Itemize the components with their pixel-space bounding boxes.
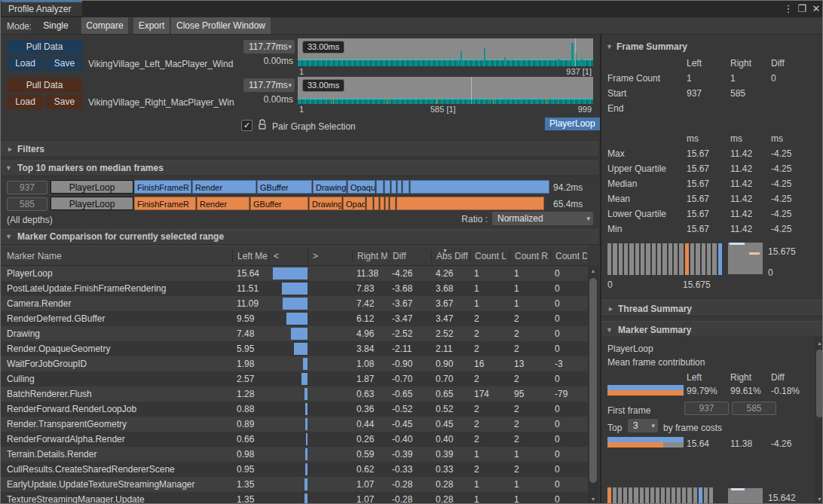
marker-segment[interactable]: [410, 180, 549, 194]
comparison-row[interactable]: PlayerLoop15.6411.38-4.264.26110: [1, 266, 588, 281]
marker-segment[interactable]: Drawing: [313, 180, 347, 194]
comparison-row[interactable]: WaitForJobGroupID1.981.08-0.900.901613-3: [1, 356, 588, 371]
comparison-row[interactable]: RenderDeferred.GBuffer9.596.12-3.473.472…: [1, 311, 588, 326]
comparison-cell-countD: 0: [555, 477, 586, 492]
marker-segment[interactable]: GBuffer: [250, 197, 308, 210]
marker-segment[interactable]: Render: [192, 180, 256, 194]
frame-summary-title[interactable]: Frame Summary: [616, 40, 687, 54]
column-header-right-median[interactable]: Right M: [352, 250, 387, 262]
column-header-diff[interactable]: Diff: [387, 250, 431, 262]
marker-segment[interactable]: [374, 197, 379, 210]
scroll-up-icon[interactable]: ▲: [815, 341, 823, 346]
comparison-row[interactable]: BatchRenderer.Flush1.280.63-0.650.651749…: [1, 386, 588, 402]
summary-row: Median15.6711.42-4.25: [601, 176, 823, 191]
marker-segment[interactable]: PlayerLoop: [50, 197, 133, 210]
mode-single-button[interactable]: Single: [31, 17, 81, 34]
column-header-count-diff[interactable]: Count D: [550, 250, 587, 262]
marker-segment[interactable]: [391, 180, 396, 194]
marker-segment[interactable]: [390, 197, 396, 210]
maximize-icon[interactable]: ❐: [796, 2, 808, 16]
pull-data-right-button[interactable]: Pull Data: [7, 78, 82, 93]
contribution-right-value: 99.61%: [730, 383, 761, 399]
marker-segment[interactable]: Opaqu: [343, 197, 366, 210]
frame-number-box-left[interactable]: 937: [7, 181, 47, 194]
marker-summary-scrollbar[interactable]: ▲ ▼: [815, 338, 823, 504]
unlock-icon[interactable]: [258, 119, 267, 133]
ratio-dropdown[interactable]: Normalized ▾: [492, 212, 593, 225]
scroll-down-icon[interactable]: ▼: [815, 496, 823, 502]
comparison-section-header[interactable]: ▼ Marker Comparison for currently select…: [1, 229, 598, 245]
comparison-row[interactable]: CullResults.CreateSharedRendererScene0.9…: [1, 462, 588, 477]
marker-segment[interactable]: [397, 180, 402, 194]
close-icon[interactable]: ✕: [810, 2, 822, 16]
first-frame-left-button[interactable]: 937: [684, 402, 729, 415]
selected-marker-chip[interactable]: PlayerLoop: [545, 118, 600, 130]
scroll-up-icon[interactable]: ▲: [588, 268, 598, 273]
marker-summary-header[interactable]: ▼ Marker Summary: [601, 321, 823, 338]
marker-segment[interactable]: [384, 180, 390, 194]
comparison-row[interactable]: Render.TransparentGeometry0.890.44-0.450…: [1, 417, 588, 432]
comparison-row[interactable]: Terrain.Details.Render0.980.59-0.390.391…: [1, 447, 588, 462]
kebab-menu-icon[interactable]: ⋮: [782, 2, 794, 16]
column-header-left-bar[interactable]: <: [268, 250, 307, 262]
frame-number-box-right[interactable]: 585: [7, 197, 47, 211]
comparison-scrollbar-thumb[interactable]: [589, 278, 597, 483]
comparison-row[interactable]: TextureStreamingManager.Update1.351.07-0…: [1, 492, 588, 504]
tab-profile-analyzer[interactable]: Profile Analyzer: [2, 1, 82, 16]
marker-segment[interactable]: Render: [197, 197, 249, 210]
comparison-row[interactable]: RenderForward.RenderLoopJob0.880.36-0.52…: [1, 402, 588, 417]
marker-segment[interactable]: Opaqu: [347, 180, 375, 194]
column-header-count-left[interactable]: Count L: [470, 250, 509, 262]
comparison-row[interactable]: Culling2.571.87-0.700.70220: [1, 371, 588, 386]
comparison-row[interactable]: Render.OpaqueGeometry5.953.84-2.112.1122…: [1, 341, 588, 356]
marker-segment[interactable]: [376, 180, 384, 194]
range-dropdown-right[interactable]: 117.77ms ▾: [243, 78, 295, 92]
marker-segment[interactable]: FinishFrameR: [134, 197, 196, 210]
marker-segment[interactable]: FinishFrameR: [134, 180, 191, 194]
marker-segment[interactable]: [385, 197, 389, 210]
save-left-button[interactable]: Save: [46, 57, 83, 71]
marker-segment[interactable]: [380, 197, 384, 210]
pair-graph-checkbox[interactable]: ✓: [241, 120, 252, 131]
load-left-button[interactable]: Load: [7, 57, 44, 71]
save-right-button[interactable]: Save: [46, 95, 83, 109]
marker-segment[interactable]: [396, 197, 544, 210]
summary-cell-diff: -4.25: [771, 176, 791, 191]
column-header-left-median[interactable]: Left Me: [232, 250, 268, 262]
comparison-row[interactable]: EarlyUpdate.UpdateTextureStreamingManage…: [1, 477, 588, 492]
comparison-cell-name: WaitForJobGroupID: [7, 356, 229, 371]
marker-summary-scrollbar-thumb[interactable]: [816, 350, 823, 417]
marker-segment[interactable]: [402, 180, 409, 194]
column-header-abs-diff[interactable]: Abs Diff: [431, 250, 470, 262]
top-n-dropdown[interactable]: 3 ▾: [628, 419, 658, 432]
close-profiler-window-button[interactable]: Close Profiler Window: [171, 17, 271, 34]
marker-segment[interactable]: Drawing: [309, 197, 342, 210]
comparison-cell-right: 4.96: [356, 326, 387, 341]
load-right-button[interactable]: Load: [7, 95, 44, 109]
filters-section-header[interactable]: ► Filters: [1, 142, 598, 157]
marker-segment[interactable]: GBuffer: [257, 180, 312, 194]
frame-graph-right[interactable]: 33.00ms: [298, 77, 593, 104]
comparison-cell-countR: 2: [514, 371, 549, 386]
column-header-right-bar[interactable]: >: [307, 250, 352, 262]
pull-data-left-button[interactable]: Pull Data: [7, 40, 82, 54]
cost-bar-left: [607, 437, 684, 442]
marker-segment[interactable]: [366, 197, 373, 210]
comparison-cell-countL: 2: [474, 402, 508, 417]
top10-section-header[interactable]: ▼ Top 10 markers on median frames: [1, 160, 598, 176]
frame-graph-left[interactable]: 33.00ms: [298, 38, 593, 66]
comparison-row[interactable]: RenderForwardAlpha.Render0.660.26-0.400.…: [1, 432, 588, 447]
mode-compare-button[interactable]: Compare: [81, 17, 128, 34]
thread-summary-header[interactable]: ► Thread Summary: [601, 300, 823, 316]
column-header-marker-name[interactable]: Marker Name: [2, 250, 228, 262]
column-header-count-right[interactable]: Count R: [509, 250, 550, 262]
comparison-row[interactable]: Drawing7.484.96-2.522.52220: [1, 326, 588, 341]
marker-segment[interactable]: PlayerLoop: [50, 180, 133, 194]
first-frame-right-button[interactable]: 585: [732, 402, 776, 415]
scroll-down-icon[interactable]: ▼: [588, 496, 598, 502]
comparison-scrollbar[interactable]: ▲ ▼: [588, 266, 598, 504]
range-dropdown-left[interactable]: 117.77ms ▾: [243, 40, 295, 53]
comparison-row[interactable]: PostLateUpdate.FinishFrameRendering11.51…: [1, 281, 588, 296]
export-button[interactable]: Export: [133, 17, 170, 34]
comparison-row[interactable]: Camera.Render11.097.42-3.673.67110: [1, 296, 588, 311]
